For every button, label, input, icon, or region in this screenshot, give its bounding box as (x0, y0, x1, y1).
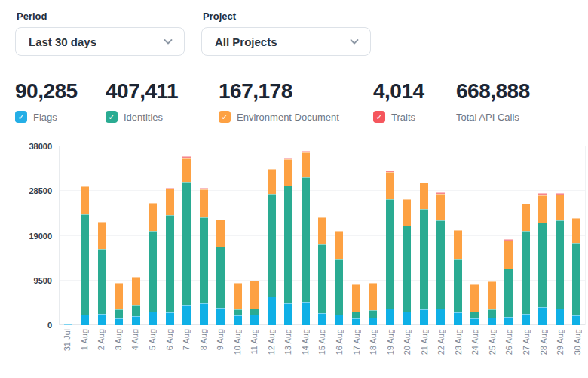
bar-stack (166, 188, 174, 325)
x-tick-label: 11 Aug (250, 329, 259, 354)
x-tick-label: 14 Aug (301, 329, 310, 355)
period-label: Period (17, 11, 185, 22)
bar-stack (420, 183, 428, 325)
bar-segment-flags (166, 312, 174, 326)
bar-segment-environment-document (572, 218, 580, 244)
bar-segment-identities (98, 249, 106, 314)
bar-segment-flags (115, 318, 123, 325)
bar-stack (284, 158, 292, 325)
bar-segment-flags (403, 312, 411, 325)
bar-stack (335, 231, 343, 325)
y-tick-label: 0 (47, 321, 52, 330)
bar-slot (93, 146, 110, 325)
bar-stack (302, 151, 310, 325)
bar-stack (115, 283, 123, 325)
usage-dashboard: Period Last 30 days Project All Projects… (0, 0, 588, 378)
x-tick-label: 18 Aug (369, 329, 378, 355)
bar-segment-environment-document (454, 230, 462, 259)
bar-stack (369, 283, 377, 325)
bar-slot (60, 146, 76, 325)
bar-stack (132, 277, 140, 325)
bar-slot (433, 146, 449, 325)
bar-segment-identities (556, 220, 564, 308)
bar-segment-environment-document (200, 189, 208, 217)
bar-segment-flags (572, 315, 580, 325)
bar-segment-flags (132, 316, 140, 326)
bar-segment-environment-document (149, 203, 157, 230)
bar-slot (517, 146, 534, 325)
bar-segment-identities (132, 305, 140, 315)
chevron-down-icon (163, 36, 173, 47)
bar-segment-flags (200, 303, 208, 325)
bar-segment-flags (182, 305, 191, 325)
bar-segment-identities (470, 312, 479, 318)
bar-stack (352, 284, 360, 325)
bar-segment-identities (369, 310, 377, 318)
environment-document-checkbox[interactable]: ✓ (219, 111, 231, 123)
x-tick-label: 22 Aug (436, 329, 446, 355)
period-dropdown[interactable]: Last 30 days (15, 27, 185, 56)
stat-label: Identities (124, 112, 163, 123)
bar-slot (534, 146, 551, 325)
bar-segment-environment-document (302, 152, 310, 177)
bar-slot (229, 146, 246, 325)
bar-segment-environment-document (335, 231, 343, 259)
bar-slot (212, 146, 228, 325)
bar-segment-environment-document (556, 195, 564, 220)
bar-stack (386, 171, 394, 325)
bar-segment-identities (436, 220, 445, 309)
x-tick-label: 3 Aug (114, 329, 123, 350)
bar-segment-flags (149, 312, 157, 325)
bar-segment-flags (216, 308, 225, 325)
bar-stack (234, 283, 242, 325)
bar-segment-identities (522, 231, 530, 314)
bar-segment-identities (572, 243, 580, 315)
bar-segment-flags (556, 309, 564, 326)
bar-slot (178, 146, 194, 325)
bar-segment-environment-document (268, 169, 276, 195)
traits-checkbox[interactable]: ✓ (373, 111, 385, 123)
bar-slot (483, 146, 500, 325)
bar-segment-environment-document (318, 217, 326, 244)
identities-checkbox[interactable]: ✓ (106, 111, 118, 123)
x-tick-label: 20 Aug (403, 329, 412, 355)
bar-stack (268, 169, 276, 326)
bar-segment-environment-document (352, 284, 360, 312)
x-tick-label: 30 Aug (573, 329, 582, 355)
bar-segment-identities (182, 182, 191, 305)
stat-label: Traits (391, 112, 415, 123)
flags-checkbox[interactable]: ✓ (15, 111, 27, 123)
bar-segment-environment-document (115, 283, 123, 309)
filter-controls: Period Last 30 days Project All Projects (0, 0, 588, 56)
bar-segment-identities (488, 309, 496, 318)
bar-segment-identities (403, 226, 411, 312)
bar-slot (263, 146, 280, 325)
bar-segment-environment-document (234, 283, 242, 310)
stat-value: 4,014 (373, 80, 456, 103)
project-label: Project (203, 11, 371, 22)
bar-stack (470, 284, 479, 325)
stat-value: 668,888 (456, 80, 584, 103)
bar-slot (449, 146, 466, 325)
x-tick-label: 12 Aug (267, 329, 276, 355)
bar-segment-identities (302, 177, 310, 302)
bar-segment-environment-document (420, 183, 428, 209)
bar-segment-environment-document (166, 189, 174, 215)
bar-segment-identities (454, 259, 462, 312)
bar-slot (280, 146, 296, 325)
x-tick-label: 17 Aug (352, 329, 361, 355)
bar-slot (195, 146, 212, 325)
x-tick-label: 4 Aug (130, 329, 139, 350)
project-dropdown[interactable]: All Projects (201, 27, 371, 56)
bar-slot (568, 146, 585, 325)
bar-segment-environment-document (216, 220, 225, 247)
bar-stack (64, 324, 72, 325)
x-tick-label: 13 Aug (283, 329, 292, 355)
bar-segment-flags (504, 317, 513, 325)
bar-segment-flags (302, 302, 310, 325)
bar-segment-environment-document (369, 283, 377, 310)
bar-slot (467, 146, 483, 325)
bar-segment-identities (318, 244, 326, 313)
bar-segment-flags (98, 314, 106, 325)
bar-segment-identities (250, 309, 259, 315)
